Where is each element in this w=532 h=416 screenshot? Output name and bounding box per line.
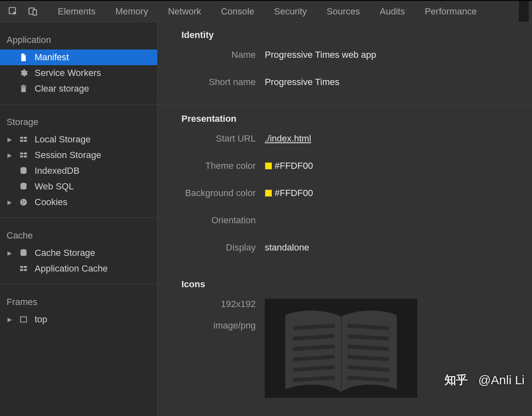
- svg-point-14: [22, 201, 23, 202]
- sidebar-item-label: top: [35, 314, 47, 325]
- sidebar-item-label: Application Cache: [35, 263, 108, 274]
- sidebar-item-label: Manifest: [35, 52, 69, 63]
- tab-performance[interactable]: Performance: [415, 1, 487, 22]
- svg-rect-5: [20, 140, 23, 142]
- link-start-url[interactable]: ./index.html: [265, 133, 311, 144]
- expand-arrow-icon[interactable]: ▶: [7, 316, 12, 323]
- zhihu-logo-icon: 知乎: [445, 373, 474, 387]
- svg-rect-19: [24, 266, 27, 268]
- watermark: 知乎 @Anli Li: [445, 373, 525, 387]
- row-name: Name Progressive Times web app: [158, 50, 532, 60]
- svg-line-35: [348, 378, 389, 380]
- label-orientation: Orientation: [158, 215, 265, 226]
- tab-elements[interactable]: Elements: [48, 1, 106, 22]
- divider: [0, 217, 157, 218]
- grid-icon: [18, 150, 29, 161]
- sidebar-item-cache-storage[interactable]: ▶ Cache Storage: [0, 245, 157, 261]
- svg-line-29: [293, 378, 335, 380]
- svg-rect-18: [20, 266, 23, 268]
- open-book-icon: [271, 306, 411, 397]
- divider: [0, 104, 157, 104]
- sidebar-item-label: Local Storage: [35, 134, 91, 145]
- svg-rect-7: [20, 153, 23, 155]
- row-start-url: Start URL ./index.html: [158, 133, 532, 144]
- group-title-presentation: Presentation: [158, 113, 532, 133]
- sidebar-item-indexeddb[interactable]: ▶ IndexedDB: [0, 163, 157, 179]
- section-cache: Cache: [0, 225, 157, 245]
- label-start-url: Start URL: [158, 133, 265, 144]
- svg-text:知乎: 知乎: [445, 373, 468, 386]
- svg-rect-3: [20, 137, 23, 139]
- svg-line-33: [348, 357, 389, 359]
- divider: [158, 104, 532, 104]
- sidebar-item-manifest[interactable]: ▶ Manifest: [0, 50, 157, 65]
- value-name: Progressive Times web app: [265, 50, 376, 60]
- svg-line-26: [293, 346, 335, 349]
- row-orientation: Orientation: [158, 215, 532, 226]
- database-icon: [18, 165, 29, 176]
- tab-security[interactable]: Security: [264, 1, 317, 22]
- svg-point-16: [22, 203, 24, 204]
- tab-overflow-handle[interactable]: [519, 1, 529, 22]
- sidebar-item-top-frame[interactable]: ▶ top: [0, 312, 157, 327]
- sidebar-item-local-storage[interactable]: ▶ Local Storage: [0, 132, 157, 147]
- toggle-device-toolbar-button[interactable]: [23, 2, 43, 21]
- presentation-group: Presentation Start URL ./index.html Them…: [158, 113, 532, 253]
- sidebar-item-session-storage[interactable]: ▶ Session Storage: [0, 147, 157, 163]
- section-storage: Storage: [0, 112, 157, 132]
- identity-group: Identity Name Progressive Times web app …: [158, 30, 532, 87]
- file-icon: [18, 52, 29, 63]
- trash-icon: [18, 83, 29, 94]
- divider: [158, 269, 532, 270]
- devtools-tabs: Elements Memory Network Console Security…: [48, 1, 487, 22]
- grid-icon: [18, 134, 29, 145]
- tab-console[interactable]: Console: [211, 1, 264, 22]
- bg-color-swatch: [265, 189, 272, 197]
- label-short-name: Short name: [158, 77, 265, 87]
- svg-rect-4: [24, 137, 27, 139]
- expand-arrow-icon[interactable]: ▶: [7, 250, 12, 256]
- svg-rect-22: [21, 317, 27, 322]
- svg-rect-9: [20, 156, 23, 158]
- value-display: standalone: [265, 242, 309, 253]
- svg-line-30: [348, 326, 389, 328]
- svg-rect-10: [24, 156, 27, 158]
- svg-line-31: [348, 336, 389, 338]
- expand-arrow-icon[interactable]: ▶: [7, 152, 12, 158]
- sidebar-item-application-cache[interactable]: ▶ Application Cache: [0, 261, 157, 277]
- inspect-element-button[interactable]: [3, 2, 23, 21]
- row-theme-color: Theme color #FFDF00: [158, 161, 532, 171]
- svg-rect-2: [33, 9, 37, 15]
- database-icon: [18, 248, 29, 258]
- frame-icon: [18, 314, 29, 325]
- manifest-content: Identity Name Progressive Times web app …: [158, 22, 532, 416]
- sidebar-item-label: Service Workers: [35, 68, 101, 78]
- tab-network[interactable]: Network: [158, 1, 211, 22]
- expand-arrow-icon[interactable]: ▶: [7, 199, 12, 206]
- database-icon: [18, 181, 29, 192]
- svg-rect-8: [24, 153, 27, 155]
- app-icon-preview: [265, 299, 417, 398]
- label-display: Display: [158, 242, 265, 253]
- svg-line-34: [348, 367, 389, 370]
- svg-rect-6: [24, 140, 27, 142]
- expand-arrow-icon[interactable]: ▶: [7, 136, 12, 143]
- group-title-icons: Icons: [158, 279, 532, 299]
- tab-sources[interactable]: Sources: [317, 1, 370, 22]
- label-name: Name: [158, 50, 265, 60]
- svg-rect-23: [341, 315, 342, 392]
- svg-line-32: [348, 346, 389, 349]
- sidebar-item-web-sql[interactable]: ▶ Web SQL: [0, 179, 157, 194]
- tab-memory[interactable]: Memory: [106, 1, 158, 22]
- divider: [0, 284, 157, 284]
- watermark-text: @Anli Li: [478, 373, 525, 387]
- value-theme-color: #FFDF00: [275, 161, 313, 171]
- sidebar-item-label: IndexedDB: [35, 165, 80, 176]
- group-title-identity: Identity: [158, 30, 532, 50]
- value-short-name: Progressive Times: [265, 77, 339, 87]
- sidebar-item-clear-storage[interactable]: ▶ Clear storage: [0, 81, 157, 97]
- sidebar-item-service-workers[interactable]: ▶ Service Workers: [0, 65, 157, 81]
- tab-audits[interactable]: Audits: [370, 1, 415, 22]
- sidebar-item-cookies[interactable]: ▶ Cookies: [0, 194, 157, 210]
- svg-point-15: [24, 201, 25, 203]
